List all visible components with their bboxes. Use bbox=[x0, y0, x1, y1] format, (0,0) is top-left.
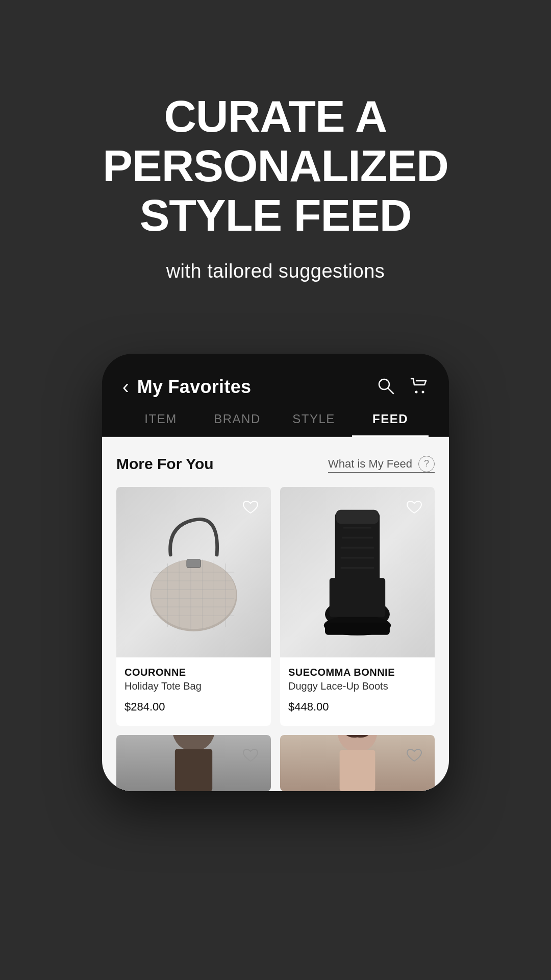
product-price-boot: $448.00 bbox=[288, 700, 427, 714]
svg-line-1 bbox=[388, 388, 393, 394]
product-price-bag: $284.00 bbox=[124, 700, 263, 714]
tab-item[interactable]: ITEM bbox=[122, 412, 199, 436]
hero-title: CURATE A PERSONALIZED STYLE FEED bbox=[31, 92, 520, 240]
svg-point-2 bbox=[415, 390, 418, 393]
wishlist-icon-person2[interactable] bbox=[403, 744, 425, 767]
tab-style[interactable]: STYLE bbox=[276, 412, 352, 436]
product-image-bag bbox=[116, 487, 271, 657]
product-card-boot[interactable]: SUECOMMA BONNIE Duggy Lace-Up Boots $448… bbox=[280, 487, 435, 725]
section-header: More For You What is My Feed ? bbox=[116, 455, 435, 473]
what-feed-label: What is My Feed bbox=[328, 457, 412, 471]
what-is-my-feed-button[interactable]: What is My Feed ? bbox=[328, 456, 435, 473]
wishlist-icon-boot[interactable] bbox=[403, 496, 425, 519]
product-info-bag: COURONNE Holiday Tote Bag $284.00 bbox=[116, 657, 271, 726]
wishlist-icon-bag[interactable] bbox=[239, 496, 262, 519]
cart-icon[interactable] bbox=[409, 377, 429, 398]
screen-title: My Favorites bbox=[137, 376, 252, 398]
svg-rect-31 bbox=[175, 749, 212, 791]
phone-header: ‹ My Favorites bbox=[102, 354, 449, 398]
brand-name-bag: COURONNE bbox=[124, 667, 263, 678]
svg-rect-28 bbox=[336, 509, 379, 523]
product-card-person1[interactable] bbox=[116, 735, 271, 791]
product-grid: COURONNE Holiday Tote Bag $284.00 bbox=[116, 487, 435, 791]
hero-section: CURATE A PERSONALIZED STYLE FEED with ta… bbox=[0, 0, 551, 323]
product-info-boot: SUECOMMA BONNIE Duggy Lace-Up Boots $448… bbox=[280, 657, 435, 726]
brand-name-boot: SUECOMMA BONNIE bbox=[288, 667, 427, 678]
hero-subtitle: with tailored suggestions bbox=[31, 260, 520, 282]
phone-mockup: ‹ My Favorites bbox=[102, 354, 449, 791]
svg-rect-18 bbox=[187, 559, 201, 568]
back-icon[interactable]: ‹ bbox=[122, 377, 129, 397]
svg-point-30 bbox=[172, 735, 215, 751]
svg-rect-35 bbox=[340, 750, 375, 791]
tabs-bar: ITEM BRAND STYLE FEED bbox=[102, 398, 449, 437]
product-card-bag[interactable]: COURONNE Holiday Tote Bag $284.00 bbox=[116, 487, 271, 725]
product-card-person2[interactable] bbox=[280, 735, 435, 791]
tab-brand[interactable]: BRAND bbox=[199, 412, 276, 436]
product-name-bag: Holiday Tote Bag bbox=[124, 680, 263, 692]
search-icon[interactable] bbox=[377, 377, 395, 398]
product-image-boot bbox=[280, 487, 435, 657]
svg-point-34 bbox=[338, 735, 377, 752]
phone-header-left: ‹ My Favorites bbox=[122, 376, 251, 398]
product-image-person1 bbox=[116, 735, 271, 791]
phone-mockup-wrapper: ‹ My Favorites bbox=[0, 323, 551, 791]
product-image-person2 bbox=[280, 735, 435, 791]
header-icons bbox=[377, 377, 429, 398]
svg-point-5 bbox=[152, 559, 236, 629]
svg-point-3 bbox=[422, 390, 424, 393]
tab-feed[interactable]: FEED bbox=[352, 412, 429, 436]
wishlist-icon-person1[interactable] bbox=[239, 744, 262, 767]
phone-content: More For You What is My Feed ? bbox=[102, 437, 449, 791]
question-badge: ? bbox=[418, 456, 435, 472]
svg-rect-22 bbox=[330, 578, 385, 617]
product-name-boot: Duggy Lace-Up Boots bbox=[288, 680, 427, 692]
svg-point-0 bbox=[379, 379, 389, 389]
section-title: More For You bbox=[116, 455, 214, 473]
svg-rect-29 bbox=[325, 623, 390, 635]
